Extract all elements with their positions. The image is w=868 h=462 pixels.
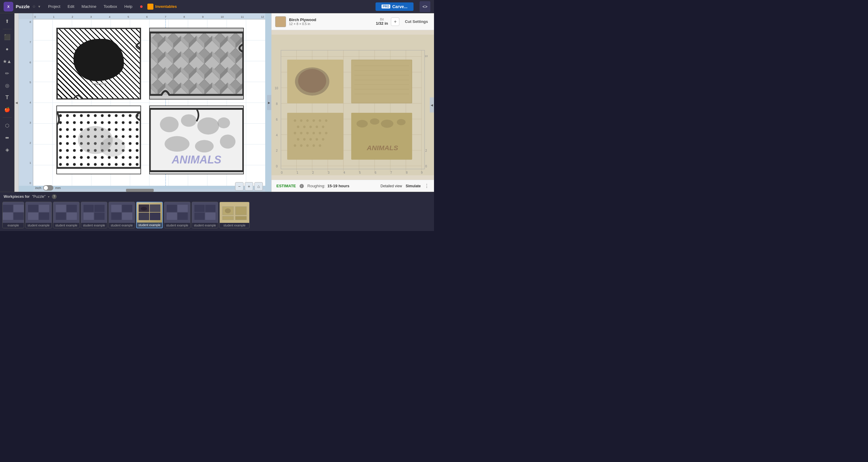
collapse-up-button[interactable]: ⬆ xyxy=(2,16,13,27)
apple-button[interactable]: 🍎 xyxy=(2,104,13,115)
zoom-out-button[interactable]: − xyxy=(235,182,244,191)
circle-button[interactable]: ● xyxy=(2,44,13,55)
workpiece-thumb-4[interactable]: student example xyxy=(108,202,135,228)
inventables-label: Inventables xyxy=(155,4,177,9)
workpiece-thumb-3[interactable]: student example xyxy=(81,202,107,228)
detailed-view-button[interactable]: Detailed view xyxy=(381,184,402,188)
zoom-reset-button[interactable]: ⌂ xyxy=(254,182,263,191)
svg-point-73 xyxy=(313,144,315,147)
workpiece-thumb-7[interactable]: student example xyxy=(192,202,218,228)
unit-toggle-switch[interactable] xyxy=(43,185,53,191)
unit-toggle[interactable]: inch mm xyxy=(35,185,61,191)
workpiece-thumb-1[interactable]: student example xyxy=(25,202,52,228)
right-panel-collapse[interactable]: ◀ xyxy=(430,97,434,113)
import-button[interactable]: ⬌ xyxy=(2,132,13,143)
import-icon: ⬌ xyxy=(5,135,9,141)
unit-mm-label: mm xyxy=(55,186,61,190)
svg-text:10: 10 xyxy=(425,55,428,58)
workpiece-thumb-2[interactable]: student example xyxy=(53,202,80,228)
workpieces-chevron-icon[interactable]: ▾ xyxy=(48,195,50,198)
bit-info: Bit 1/32 in xyxy=(376,18,388,26)
svg-point-11 xyxy=(164,136,190,152)
workpiece-label-3: student example xyxy=(81,223,107,228)
canvas-collapse-left[interactable]: ◀ xyxy=(14,13,19,192)
canvas-white[interactable]: Penquin Pig xyxy=(33,19,265,186)
workpieces-header: Workpieces for "Puzzle" ▾ ? xyxy=(0,192,434,201)
ruler-vertical: 8 7 6 5 4 3 2 1 0 xyxy=(19,13,33,186)
scrollbar-thumb[interactable] xyxy=(126,189,154,192)
3d-preview: ANIMALS 0 1 2 3 4 5 6 7 8 9 0 2 4 6 xyxy=(272,30,434,180)
pen-button[interactable]: ✏ xyxy=(2,68,13,79)
add-cut-button[interactable]: + xyxy=(391,18,399,26)
help-icon[interactable]: ? xyxy=(52,194,57,199)
menu-machine[interactable]: Machine xyxy=(79,3,99,10)
estimate-roughing-label: Roughing: 15-19 hours xyxy=(307,184,350,188)
svg-point-53 xyxy=(325,119,327,122)
zoom-in-button[interactable]: + xyxy=(245,182,253,191)
estimate-info-icon[interactable]: i xyxy=(300,184,304,188)
svg-point-72 xyxy=(306,144,309,147)
target-button[interactable]: ◎ xyxy=(2,80,13,91)
svg-point-13 xyxy=(220,135,236,149)
text-icon: T xyxy=(5,94,9,101)
toolbar-separator-2 xyxy=(3,117,12,118)
app-title: Puzzle xyxy=(16,4,30,9)
puzzle-piece-2[interactable] xyxy=(149,28,244,99)
svg-text:0: 0 xyxy=(276,165,278,168)
workpiece-thumb-8[interactable]: student example xyxy=(219,202,250,228)
svg-point-6 xyxy=(100,137,125,157)
workpiece-label-0: example xyxy=(3,223,24,228)
3d-canvas: ANIMALS 0 1 2 3 4 5 6 7 8 9 0 2 4 6 xyxy=(272,30,434,180)
main-layout: ⬆ ⬛ ● ★▲ ✏ ◎ T 🍎 ⬡ ⬌ ◈ xyxy=(0,13,434,192)
svg-point-74 xyxy=(319,144,321,147)
workpieces-scroll[interactable]: example student example xyxy=(0,201,434,231)
project-name: "Puzzle" xyxy=(32,195,45,199)
menu-toolbox[interactable]: Toolbox xyxy=(101,3,120,10)
svg-text:ANIMALS: ANIMALS xyxy=(171,153,221,166)
shapes-icon: ⬛ xyxy=(4,34,10,40)
svg-point-8 xyxy=(181,114,196,127)
svg-text:2: 2 xyxy=(312,171,314,174)
more-options-button[interactable]: ⋮ xyxy=(424,183,429,189)
puzzle-piece-1[interactable]: Penquin Pig xyxy=(56,28,141,99)
star-tool-button[interactable]: ★▲ xyxy=(2,56,13,67)
target-icon: ◎ xyxy=(5,83,9,88)
workpiece-thumb-6[interactable]: student example xyxy=(164,202,190,228)
estimate-label[interactable]: ESTIMATE xyxy=(276,184,296,188)
workpiece-label-4: student example xyxy=(109,223,135,228)
material-header: Birch Plywood 12 × 8 × 0.5 in Bit 1/32 i… xyxy=(272,13,434,30)
menu-project[interactable]: Project xyxy=(45,3,63,10)
workpiece-thumb-0[interactable]: example xyxy=(2,202,24,228)
inventables-logo[interactable]: Inventables xyxy=(147,4,177,10)
svg-point-55 xyxy=(303,125,306,128)
horizontal-scrollbar[interactable] xyxy=(33,189,265,192)
svg-text:1: 1 xyxy=(297,171,299,174)
material-name[interactable]: Birch Plywood xyxy=(289,18,373,22)
svg-point-66 xyxy=(303,138,306,141)
canvas-area[interactable]: 8 7 6 5 4 3 2 1 0 0 1 2 3 4 5 6 7 xyxy=(19,13,271,192)
star-icon[interactable]: ☆ xyxy=(32,4,36,9)
code-button[interactable]: <> xyxy=(420,1,430,12)
chevron-down-icon[interactable]: ▾ xyxy=(38,4,40,9)
cut-settings-button[interactable]: Cut Settings xyxy=(402,18,430,25)
workpiece-thumb-5[interactable]: student example xyxy=(136,202,163,228)
menu-edit[interactable]: Edit xyxy=(64,3,77,10)
text-button[interactable]: T xyxy=(2,92,13,103)
workpiece-image-2 xyxy=(53,202,79,223)
shapes-button[interactable]: ⬛ xyxy=(2,32,13,42)
3d-view-button[interactable]: ◈ xyxy=(2,144,13,155)
menu-help[interactable]: Help xyxy=(121,3,135,10)
ruler-horizontal: 0 1 2 3 4 5 6 7 8 9 10 11 12 xyxy=(33,13,265,19)
canvas-collapse-right[interactable]: ▶ xyxy=(267,95,271,110)
carve-button[interactable]: PRO Carve... xyxy=(375,2,413,11)
workpiece-image-0 xyxy=(3,202,24,223)
puzzle-piece-3[interactable] xyxy=(56,106,141,175)
svg-point-12 xyxy=(195,140,214,152)
svg-point-67 xyxy=(309,138,312,141)
carve-label: Carve... xyxy=(392,4,407,9)
puzzle-piece-4[interactable]: ANIMALS xyxy=(149,106,244,175)
3d-box-button[interactable]: ⬡ xyxy=(2,120,13,131)
svg-rect-39 xyxy=(351,60,411,103)
simulate-button[interactable]: Simulate xyxy=(406,184,421,188)
workpiece-label-6: student example xyxy=(164,223,190,228)
